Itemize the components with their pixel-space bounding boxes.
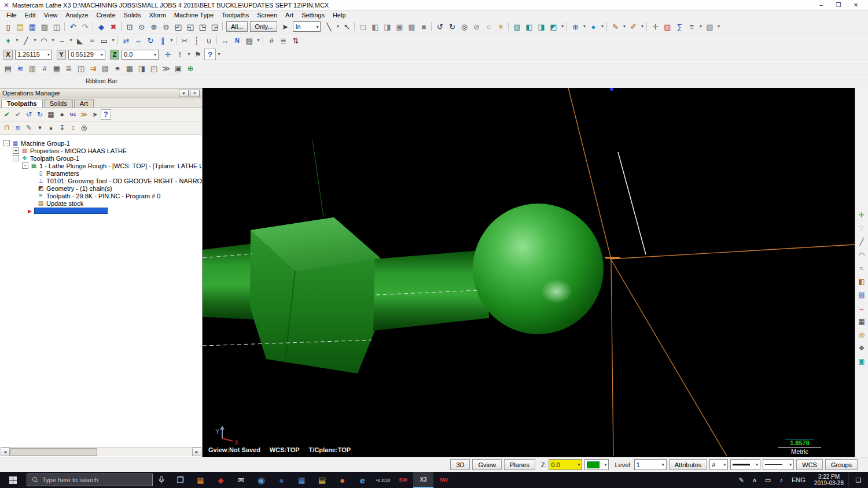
solids-caret[interactable]: ▾ xyxy=(716,21,721,32)
tab-solids[interactable]: Solids xyxy=(44,99,73,108)
scrollbar-thumb[interactable] xyxy=(10,448,97,456)
undo-icon[interactable]: ↶ xyxy=(67,21,79,32)
level-manager-icon[interactable]: ≣ xyxy=(278,35,289,46)
clear-colors-caret[interactable]: ▾ xyxy=(639,21,645,32)
chevron-down-icon[interactable]: ▾ xyxy=(756,462,758,467)
y-coordinate-input[interactable]: 0.55129 ▾ xyxy=(68,50,105,60)
quickmask-dimensions-icon[interactable]: ↔ xyxy=(857,304,867,313)
tree-row-operation-1[interactable]: - ▦ 1 - Lathe Plunge Rough - [WCS: TOP] … xyxy=(0,162,202,169)
open-file-icon[interactable]: ▤ xyxy=(14,21,26,32)
ribbon-icon-14[interactable]: ≫ xyxy=(160,62,172,74)
microphone-icon[interactable] xyxy=(153,472,170,488)
quickmask-lines-icon[interactable]: ╱ xyxy=(857,237,867,246)
create-spline-icon[interactable]: ≈ xyxy=(86,35,98,46)
regen-dirty-icon[interactable]: ↻ xyxy=(35,109,45,120)
lock-icon[interactable]: ⊓ xyxy=(2,123,12,133)
create-rectangle-caret[interactable]: ▾ xyxy=(111,35,116,46)
z-depth-combo[interactable]: 0.0 ▾ xyxy=(549,459,582,470)
ribbon-icon-3[interactable]: ▥ xyxy=(27,62,38,74)
file-explorer-icon[interactable]: ▤ xyxy=(312,472,332,488)
attributes-pencil-icon[interactable]: ✎ xyxy=(609,21,621,32)
verify-icon[interactable]: ● xyxy=(57,109,67,120)
single-display-icon[interactable]: ◎ xyxy=(79,123,89,133)
z-depth-icon[interactable]: ⇅ xyxy=(290,35,301,46)
chevron-down-icon[interactable]: ▾ xyxy=(723,462,726,467)
chevron-down-icon[interactable]: ▾ xyxy=(789,462,792,467)
gview-front-icon[interactable]: ◧ xyxy=(523,21,535,32)
line-style-icon[interactable]: ╲ xyxy=(323,21,334,32)
create-chamfer-icon[interactable]: ◣ xyxy=(74,35,86,46)
quickmask-wireframe-icon[interactable]: ▦ xyxy=(857,317,867,326)
create-fillet-icon[interactable]: ⌣ xyxy=(56,35,68,46)
menu-item-settings[interactable]: Settings xyxy=(297,12,329,19)
hidden-icons-chevron[interactable]: ∧ xyxy=(748,472,761,488)
menu-item-screen[interactable]: Screen xyxy=(253,12,281,19)
dynamic-spin-icon[interactable]: ◎ xyxy=(458,21,470,32)
drafting-caret[interactable]: ▾ xyxy=(256,35,261,46)
language-indicator[interactable]: ENG xyxy=(788,476,810,483)
xform-translate-icon[interactable]: ⇄ xyxy=(120,35,132,46)
collapse-expander-icon[interactable]: - xyxy=(22,162,28,169)
zoom-target-icon[interactable]: ⊙ xyxy=(136,21,148,32)
ribbon-icon-11[interactable]: ▩ xyxy=(124,62,135,74)
ribbon-icon-7[interactable]: ◫ xyxy=(75,62,87,74)
quickmask-splines-icon[interactable]: ≈ xyxy=(857,264,867,273)
help-caret[interactable]: ▾ xyxy=(216,49,222,60)
xform-menu-caret[interactable]: ▾ xyxy=(169,35,174,46)
regen-selected-icon[interactable]: ↺ xyxy=(24,109,34,120)
xform-offset-icon[interactable]: ∥ xyxy=(157,35,168,46)
zoom-previous-icon[interactable]: ◱ xyxy=(185,21,196,32)
ribbon-icon-2[interactable]: ≋ xyxy=(14,62,26,74)
app-plus-e-2019-icon[interactable]: +e 2019 xyxy=(373,472,393,488)
tree-row-tool[interactable]: ⊥ T0101: Grooving Tool - OD GROOVE RIGHT… xyxy=(0,177,202,184)
wcs-button[interactable]: WCS xyxy=(796,459,823,470)
collapse-expander-icon[interactable]: - xyxy=(3,140,10,146)
toggle-toolpath-display-icon[interactable]: ≋ xyxy=(13,123,23,133)
attributes-button[interactable]: Attributes xyxy=(669,459,707,470)
graphics-viewport[interactable]: Y X Gview:Not Saved WCS:TOP T/Cplane:TOP… xyxy=(203,88,855,457)
shaded-icon[interactable]: ◨ xyxy=(381,21,393,32)
ribbon-icon-16[interactable]: ⊕ xyxy=(185,62,196,74)
shaded-edges-icon[interactable]: ▣ xyxy=(393,21,405,32)
create-line-caret[interactable]: ▾ xyxy=(32,35,38,46)
gview-side-icon[interactable]: ◨ xyxy=(535,21,547,32)
app-steam-icon[interactable]: ● xyxy=(271,472,292,488)
app-edge-icon[interactable]: e xyxy=(352,472,373,488)
ribbon-icon-10[interactable]: ≡ xyxy=(112,62,123,74)
menu-item-analyze[interactable]: Analyze xyxy=(61,12,92,19)
panel-close-icon[interactable]: ✕ xyxy=(190,90,200,97)
post-g1-icon[interactable]: G1 xyxy=(68,109,78,120)
collapse-expander-icon[interactable]: - xyxy=(13,155,19,161)
line-width-combo[interactable]: ▾ xyxy=(730,459,760,470)
analyze-entity-icon[interactable]: ◆ xyxy=(95,21,107,32)
dimension-icon[interactable]: ↔ xyxy=(219,35,231,46)
x-coordinate-input[interactable]: 1.26115 ▾ xyxy=(15,50,52,60)
app-grid-icon[interactable]: ▦ xyxy=(190,472,211,488)
create-line-icon[interactable]: ╱ xyxy=(20,35,32,46)
create-point-icon[interactable]: + xyxy=(2,35,14,46)
create-arc-icon[interactable]: ◠ xyxy=(38,35,50,46)
attributes-caret[interactable]: ▾ xyxy=(621,21,627,32)
select-cursor-icon[interactable]: ➤ xyxy=(279,21,290,32)
chevron-down-icon[interactable]: ▾ xyxy=(604,462,606,467)
gview-top-icon[interactable]: ▧ xyxy=(511,21,523,32)
screen-grid-icon[interactable]: # xyxy=(266,35,277,46)
wireframe-icon[interactable]: ◻ xyxy=(357,21,369,32)
redo-icon[interactable]: ↷ xyxy=(79,21,91,32)
print-preview-icon[interactable]: ◫ xyxy=(51,21,62,32)
menu-item-file[interactable]: File xyxy=(2,12,21,19)
create-fillet-caret[interactable]: ▾ xyxy=(68,35,73,46)
move-insert-down-icon[interactable]: ▼ xyxy=(35,123,45,133)
maximize-button[interactable]: ❐ xyxy=(830,0,847,10)
planes-caret[interactable]: ▾ xyxy=(582,21,587,32)
pen-icon[interactable]: ✎ xyxy=(735,472,748,488)
ribbon-icon-15[interactable]: ▣ xyxy=(172,62,184,74)
repaint-icon[interactable]: ◲ xyxy=(209,21,220,32)
groups-button[interactable]: Groups xyxy=(825,459,858,470)
battery-icon[interactable]: ▭ xyxy=(762,472,774,488)
scroll-right-icon[interactable]: ► xyxy=(192,448,201,456)
menu-item-solids[interactable]: Solids xyxy=(120,12,145,19)
zoom-window-icon[interactable]: ⊡ xyxy=(124,21,135,32)
delete-entities-icon[interactable]: ✖ xyxy=(108,21,119,32)
minimize-button[interactable]: – xyxy=(812,0,830,10)
